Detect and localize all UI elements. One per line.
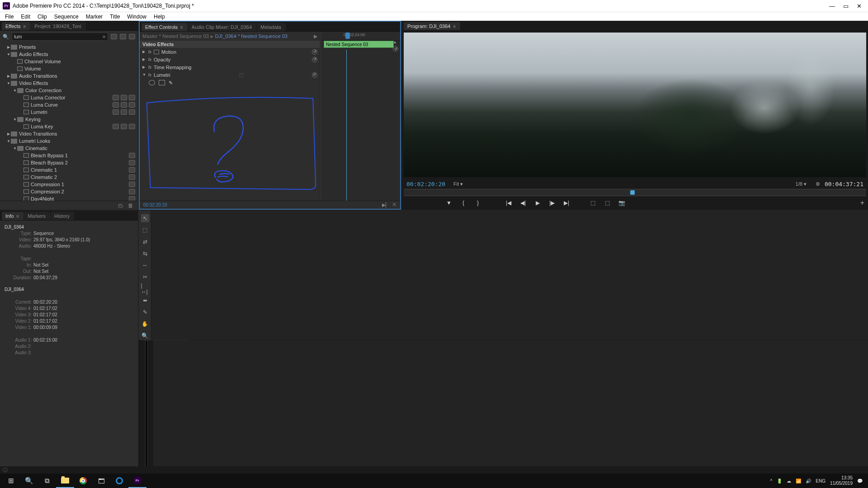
tab-metadata[interactable]: Metadata <box>257 23 286 31</box>
slip-tool[interactable]: |↔| <box>141 285 149 293</box>
menu-sequence[interactable]: Sequence <box>51 13 82 20</box>
tab-markers[interactable]: Markers <box>24 212 50 220</box>
tab-info[interactable]: Info≡ <box>2 212 24 220</box>
panel-menu-icon[interactable]: ≡ <box>23 24 26 29</box>
effect-property[interactable]: ▶fxTime Remapping <box>140 63 320 71</box>
mask-canvas[interactable] <box>142 89 318 199</box>
delete-icon[interactable]: 🗑 <box>128 202 133 209</box>
menu-file[interactable]: File <box>2 13 17 20</box>
program-video-output[interactable] <box>404 33 866 177</box>
tab-project[interactable]: Project: 190428_Toni <box>31 22 85 30</box>
tree-item[interactable]: Luma Corrector <box>0 94 138 101</box>
tree-item[interactable]: ▼Cinematic <box>0 145 138 152</box>
menu-edit[interactable]: Edit <box>18 13 33 20</box>
panel-menu-icon[interactable]: ≡ <box>16 214 19 219</box>
battery-icon[interactable]: 🔋 <box>777 479 782 483</box>
tree-item[interactable]: Bleach Bypass 2 <box>0 159 138 166</box>
panel-menu-icon[interactable]: ≡ <box>180 25 183 30</box>
reset-icon[interactable]: ↺ <box>312 49 317 55</box>
ec-clip-bar[interactable]: Nested Sequence 03 <box>324 41 394 48</box>
tree-item[interactable]: ▼Lumetri Looks <box>0 137 138 145</box>
selection-tool[interactable]: ↖ <box>141 214 149 222</box>
tab-history[interactable]: History <box>51 212 74 220</box>
effect-property[interactable]: ▶fxMotion↺ <box>140 48 320 56</box>
cloud-icon[interactable]: ☁ <box>787 479 791 483</box>
play-button[interactable]: ▶ <box>534 200 541 206</box>
tab-effect-controls[interactable]: Effect Controls≡ <box>142 23 188 31</box>
effect-property[interactable]: ▼fxLumetri⬚↺ <box>140 71 320 79</box>
settings-icon[interactable]: ⚙ <box>816 181 820 187</box>
wifi-icon[interactable]: 📶 <box>796 479 801 483</box>
minimize-button[interactable]: — <box>829 3 835 9</box>
maximize-button[interactable]: ▭ <box>843 3 849 9</box>
add-marker-button[interactable]: ▼ <box>445 200 453 206</box>
tree-item[interactable]: ▼Color Correction <box>0 87 138 94</box>
mark-out-button[interactable]: } <box>474 200 481 206</box>
chrome-taskbar-icon[interactable] <box>74 474 92 488</box>
new-bin-icon[interactable]: 🗀 <box>118 202 123 209</box>
step-forward-button[interactable]: |▶ <box>548 200 556 206</box>
filter-badge-3[interactable] <box>129 34 135 39</box>
tree-item[interactable]: Compression 2 <box>0 188 138 195</box>
clip-crumb[interactable]: DJI_0364 * Nested Sequence 03 <box>215 33 288 39</box>
explorer-taskbar-icon[interactable] <box>56 474 74 488</box>
premiere-taskbar-icon[interactable]: Pr <box>128 474 146 488</box>
tab-audio-mixer[interactable]: Audio Clip Mixer: DJI_0364 <box>188 23 256 31</box>
rolling-edit-tool[interactable]: ⇆ <box>141 249 149 258</box>
ripple-edit-tool[interactable]: ⇄ <box>141 238 149 246</box>
ec-loop-icon[interactable]: ▶▏ <box>382 202 389 207</box>
tree-item[interactable]: Bleach Bypass 1 <box>0 152 138 159</box>
start-button[interactable]: ⊞ <box>2 474 20 488</box>
taskbar-clock[interactable]: 13:35 11/05/2019 <box>830 475 853 486</box>
task-view-button[interactable]: ⧉ <box>38 474 56 488</box>
effect-property[interactable]: ▶fxOpacity↺ <box>140 56 320 63</box>
tree-item[interactable]: Cinematic 2 <box>0 174 138 181</box>
lift-button[interactable]: ⬚ <box>589 200 596 206</box>
reset-icon[interactable]: ↺ <box>312 72 317 78</box>
tree-item[interactable]: ▶Video Transitions <box>0 130 138 137</box>
tree-item[interactable]: Channel Volume <box>0 58 138 65</box>
rate-stretch-tool[interactable]: ↔ <box>141 261 149 269</box>
mask-pen-icon[interactable]: ✎ <box>169 80 173 86</box>
tree-item[interactable]: ▶Presets <box>0 43 138 51</box>
tab-effects[interactable]: Effects≡ <box>2 22 30 30</box>
razor-tool[interactable]: ✂ <box>141 273 149 281</box>
tree-item[interactable]: Luma Curve <box>0 101 138 108</box>
go-to-in-button[interactable]: |◀ <box>505 200 512 206</box>
button-editor-icon[interactable]: + <box>860 199 864 207</box>
track-select-tool[interactable]: ⬚ <box>141 226 149 234</box>
effects-search-input[interactable]: lum ✕ <box>12 33 108 41</box>
mark-in-button[interactable]: { <box>460 200 467 206</box>
ec-ruler[interactable]: 00:02:24:00 <box>321 32 400 41</box>
ec-export-icon[interactable]: ⇱ <box>393 202 396 207</box>
export-frame-button[interactable]: 📷 <box>618 200 625 206</box>
reset-icon[interactable]: ↺ <box>312 57 317 62</box>
tree-item[interactable]: Lumetri <box>0 108 138 116</box>
panel-menu-icon[interactable]: ≡ <box>453 24 456 29</box>
notifications-icon[interactable]: 💬 <box>857 479 863 483</box>
filter-badge-1[interactable] <box>111 34 117 39</box>
filter-badge-2[interactable] <box>120 34 126 39</box>
go-to-out-button[interactable]: ▶| <box>563 200 570 206</box>
tree-item[interactable]: Day4Night <box>0 195 138 201</box>
clear-search-icon[interactable]: ✕ <box>102 34 106 39</box>
tree-item[interactable]: ▼Audio Effects <box>0 51 138 58</box>
tree-item[interactable]: Volume <box>0 65 138 72</box>
search-button[interactable]: 🔍 <box>20 474 38 488</box>
zoom-tool[interactable]: 🔍 <box>141 332 149 340</box>
menu-marker[interactable]: Marker <box>83 13 106 20</box>
tree-item[interactable]: ▼Keying <box>0 116 138 123</box>
program-zoom-select[interactable]: Fit ▾ <box>453 181 463 187</box>
ie-taskbar-icon[interactable] <box>110 474 128 488</box>
mask-rect-icon[interactable] <box>159 80 165 85</box>
slide-tool[interactable]: ⬌ <box>141 296 149 305</box>
step-back-button[interactable]: ◀| <box>519 200 527 206</box>
tray-chevron-icon[interactable]: ^ <box>770 479 773 483</box>
ec-footer-timecode[interactable]: 00:02:20:20 <box>143 202 167 207</box>
language-indicator[interactable]: ENG <box>816 479 826 483</box>
close-button[interactable]: ✕ <box>857 3 862 9</box>
menu-title[interactable]: Title <box>107 13 123 20</box>
extract-button[interactable]: ⬚ <box>604 200 611 206</box>
menu-clip[interactable]: Clip <box>34 13 50 20</box>
program-resolution-select[interactable]: 1/8 ▾ <box>796 181 807 187</box>
